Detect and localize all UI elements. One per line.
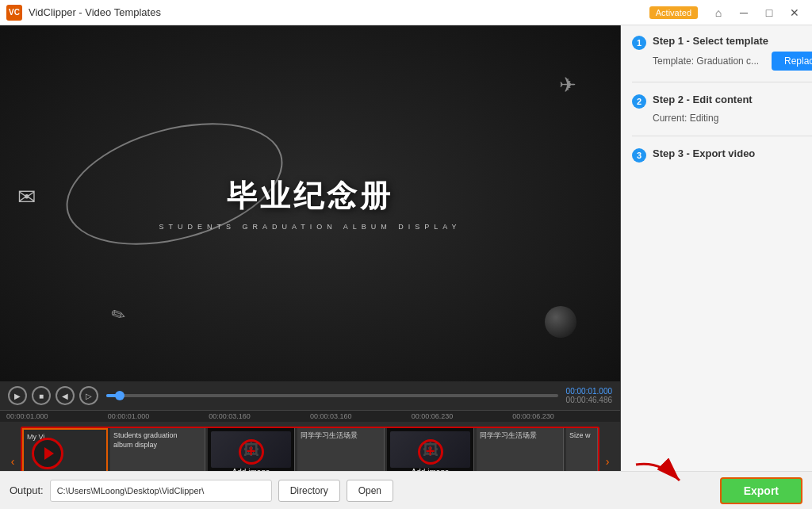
add-icon-2: + <box>418 439 443 465</box>
time-display: 00:00:01.000 00:00:46.486 <box>566 387 612 404</box>
close-button[interactable]: ✕ <box>783 4 806 21</box>
ts-3: 00:00:03.160 <box>209 412 310 420</box>
step-divider-2 <box>632 136 812 136</box>
playback-bar: ▶ ■ ◀ ▷ 00:00:01.000 00:00:46.486 <box>0 381 620 410</box>
ts-4: 00:00:03.160 <box>310 412 412 420</box>
app-logo: VC <box>6 5 22 21</box>
step-2-number: 2 <box>632 94 646 109</box>
main-container: ✉ ✏ ✈ 毕业纪念册 Students Graduation Album Di… <box>0 25 812 509</box>
time-total: 00:00:46.486 <box>566 396 612 404</box>
ts-1: 00:00:01.000 <box>6 412 108 420</box>
replace-button[interactable]: Replace <box>772 52 812 71</box>
ts-2: 00:00:01.000 <box>108 412 209 420</box>
minimize-button[interactable]: ─ <box>733 4 755 21</box>
step-1-row: Template: Graduation c... Replace <box>653 52 812 71</box>
step-forward-button[interactable]: ▷ <box>79 386 98 405</box>
ts-5: 00:00:06.230 <box>412 412 513 420</box>
output-label: Output: <box>10 484 44 496</box>
step-1-number: 1 <box>632 36 646 50</box>
step-1-title: Step 1 - Select template <box>653 35 812 47</box>
progress-bar[interactable] <box>106 394 558 397</box>
export-button[interactable]: Export <box>720 477 802 504</box>
home-button[interactable]: ⌂ <box>707 4 730 21</box>
output-path: C:\Users\MLoong\Desktop\VidClipper\ <box>50 480 272 502</box>
deco-envelope-icon: ✉ <box>17 184 36 210</box>
ts-6: 00:00:06.230 <box>512 412 614 420</box>
step-3-content: Step 3 - Export video <box>653 147 812 159</box>
clip-7-label: Size w <box>569 431 594 441</box>
step-1: 1 Step 1 - Select template Template: Gra… <box>632 35 812 71</box>
timeline-timestamps: 00:00:01.000 00:00:01.000 00:00:03.160 0… <box>0 411 620 422</box>
bottom-bar: Output: C:\Users\MLoong\Desktop\VidClipp… <box>0 471 812 509</box>
clip-2-label: Students graduationalbum display <box>113 431 201 450</box>
open-button[interactable]: Open <box>347 480 393 502</box>
titlebar: VC VidClipper - Video Templates Activate… <box>0 0 812 25</box>
step-2-title: Step 2 - Edit content <box>653 94 812 105</box>
step-3: 3 Step 3 - Export video <box>632 147 812 163</box>
directory-button[interactable]: Directory <box>278 480 340 502</box>
clip-4-label: 同学学习生活场景 <box>301 431 381 441</box>
add-icon-1: + <box>239 439 264 465</box>
step-3-title: Step 3 - Export video <box>653 147 812 159</box>
video-subtitle: Students Graduation Album Display <box>159 223 461 231</box>
play-button[interactable]: ▶ <box>8 386 27 405</box>
clip-6-label: 同学学习生活场景 <box>480 431 560 441</box>
rewind-button[interactable]: ◀ <box>56 386 75 405</box>
step-divider-1 <box>632 82 812 82</box>
deco-balloon-icon: ✈ <box>559 73 576 98</box>
step-2-current-label: Current: Editing <box>653 113 718 124</box>
right-panel: 1 Step 1 - Select template Template: Gra… <box>621 25 812 509</box>
step-2-content: Step 2 - Edit content Current: Editing <box>653 94 812 124</box>
left-panel: ✉ ✏ ✈ 毕业纪念册 Students Graduation Album Di… <box>0 25 621 509</box>
activated-badge: Activated <box>649 6 698 19</box>
step-1-content: Step 1 - Select template Template: Gradu… <box>653 35 812 71</box>
video-content: 毕业纪念册 Students Graduation Album Display <box>159 176 461 231</box>
video-title-chinese: 毕业纪念册 <box>159 176 461 216</box>
app-title: VidClipper - Video Templates <box>29 6 649 18</box>
time-current: 00:00:01.000 <box>566 387 612 396</box>
step-1-template-label: Template: Graduation c... <box>653 55 759 67</box>
step-3-number: 3 <box>632 148 646 163</box>
export-area: Export <box>720 477 802 504</box>
video-preview: ✉ ✏ ✈ 毕业纪念册 Students Graduation Album Di… <box>0 25 620 381</box>
step-2: 2 Step 2 - Edit content Current: Editing <box>632 94 812 124</box>
titlebar-controls: Activated ⌂ ─ □ ✕ <box>649 4 806 21</box>
stop-button[interactable]: ■ <box>32 386 51 405</box>
progress-handle[interactable] <box>115 391 124 400</box>
maximize-button[interactable]: □ <box>758 4 780 21</box>
